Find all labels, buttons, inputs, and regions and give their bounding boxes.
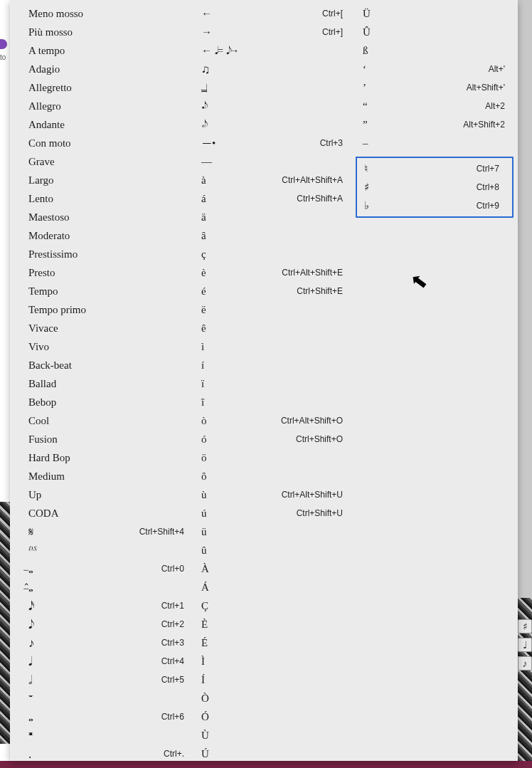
menu-item[interactable]: Prestissimo	[10, 245, 194, 263]
menu-item[interactable]: ⸺•Ctrl+3	[194, 134, 356, 152]
menu-item[interactable]: 𝅗𝅥Ctrl+5	[10, 670, 194, 689]
menu-item[interactable]: ô	[194, 467, 356, 485]
menu-item[interactable]: Moderato	[10, 226, 194, 245]
menu-item[interactable]: ←Ctrl+[	[194, 4, 356, 23]
menu-item[interactable]: ï	[194, 374, 356, 393]
menu-item[interactable]: ß	[356, 41, 518, 60]
menu-item-label: Í	[201, 674, 205, 686]
menu-item[interactable]: Largo	[10, 171, 194, 189]
menu-item[interactable]: Ú	[194, 745, 356, 761]
menu-item[interactable]: Ó	[194, 707, 356, 726]
menu-item[interactable]: ”Alt+Shift+2	[356, 115, 518, 134]
menu-item[interactable]: èCtrl+Alt+Shift+E	[194, 263, 356, 282]
menu-item[interactable]: Allegretto	[10, 78, 194, 97]
menu-item[interactable]: —	[194, 152, 356, 171]
tool-icon[interactable]: ♪	[518, 656, 532, 670]
menu-item[interactable]: Vivo	[10, 337, 194, 356]
menu-item[interactable]: Í	[194, 670, 356, 689]
menu-item[interactable]: A tempo	[10, 41, 194, 60]
menu-item[interactable]: ♮Ctrl+7	[357, 159, 512, 178]
menu-item[interactable]: ùCtrl+Alt+Shift+U	[194, 485, 356, 504]
menu-item[interactable]: –	[356, 134, 518, 152]
menu-item[interactable]: ‘Alt+'	[356, 60, 518, 78]
menu-item[interactable]: Con moto	[10, 134, 194, 152]
menu-item[interactable]: Adagio	[10, 60, 194, 78]
menu-item[interactable]: .Ctrl+.	[10, 745, 194, 761]
menu-item[interactable]: ê	[194, 319, 356, 337]
menu-item[interactable]: Andante	[10, 115, 194, 134]
menu-item[interactable]: Tempo primo	[10, 300, 194, 319]
menu-item[interactable]: Medium	[10, 467, 194, 485]
menu-item[interactable]: òCtrl+Alt+Shift+O	[194, 411, 356, 430]
menu-item[interactable]: ♫	[194, 60, 356, 78]
menu-item[interactable]: È	[194, 615, 356, 633]
menu-item-label: ö	[201, 452, 207, 464]
menu-item[interactable]: ♯Ctrl+8	[357, 178, 512, 196]
menu-item[interactable]: Ù	[194, 726, 356, 745]
menu-item[interactable]: àCtrl+Alt+Shift+A	[194, 171, 356, 189]
menu-item[interactable]: Più mosso	[10, 23, 194, 41]
menu-item[interactable]: ü	[194, 522, 356, 541]
menu-item[interactable]: ← 𝅘𝅥 = 𝅘𝅥𝅮 →	[194, 41, 356, 60]
menu-item[interactable]: Grave	[10, 152, 194, 171]
tool-icon[interactable]: ♩	[518, 638, 532, 652]
menu-item[interactable]: →Ctrl+]	[194, 23, 356, 41]
menu-item[interactable]: Fusion	[10, 430, 194, 448]
menu-item[interactable]: ♭Ctrl+9	[357, 196, 512, 215]
menu-item[interactable]: Lento	[10, 189, 194, 208]
menu-item[interactable]: Hard Bop	[10, 448, 194, 467]
menu-item[interactable]: 𝄉	[10, 541, 194, 559]
menu-item[interactable]: 𝄺	[10, 726, 194, 745]
menu-item[interactable]: Allegro	[10, 97, 194, 115]
menu-item[interactable]: Ballad	[10, 374, 194, 393]
menu-item[interactable]: 𝄋Ctrl+Shift+4	[10, 522, 194, 541]
menu-item[interactable]: Meno mosso	[10, 4, 194, 23]
menu-item-label: ê	[201, 322, 206, 335]
menu-item[interactable]: î	[194, 393, 356, 411]
tool-icon[interactable]: ♯	[518, 619, 532, 633]
menu-item[interactable]: 𝅘𝅥𝅮Ctrl+2	[10, 615, 194, 633]
menu-item[interactable]: 𝅝Ctrl+6	[10, 707, 194, 726]
menu-item[interactable]: Up	[10, 485, 194, 504]
menu-item[interactable]: Á	[194, 578, 356, 596]
menu-item[interactable]: úCtrl+Shift+U	[194, 504, 356, 522]
menu-item[interactable]: ë	[194, 300, 356, 319]
menu-item[interactable]: ç	[194, 245, 356, 263]
menu-item[interactable]: “Alt+2	[356, 97, 518, 115]
menu-item[interactable]: 𝅝̶̂	[10, 578, 194, 596]
menu-item[interactable]: 𝅘𝅥Ctrl+4	[10, 652, 194, 670]
menu-item[interactable]: Û	[356, 23, 518, 41]
menu-item[interactable]: 𝅝̶Ctrl+0	[10, 559, 194, 578]
menu-item[interactable]: ì	[194, 337, 356, 356]
menu-item[interactable]: 𝄻	[10, 689, 194, 707]
menu-item[interactable]: É	[194, 633, 356, 652]
menu-item[interactable]: ö	[194, 448, 356, 467]
menu-item[interactable]: 𝅘𝅥𝅯Ctrl+1	[10, 596, 194, 615]
menu-item[interactable]: ♪Ctrl+3	[10, 633, 194, 652]
menu-item[interactable]: í	[194, 356, 356, 374]
menu-item[interactable]: ’Alt+Shift+'	[356, 78, 518, 97]
menu-item[interactable]: Presto	[10, 263, 194, 282]
menu-item[interactable]: Ü	[356, 4, 518, 23]
menu-item[interactable]: Bebop	[10, 393, 194, 411]
menu-item[interactable]: éCtrl+Shift+E	[194, 282, 356, 300]
menu-item-label: Allegretto	[28, 82, 72, 94]
menu-item[interactable]: óCtrl+Shift+O	[194, 430, 356, 448]
menu-item[interactable]: Tempo	[10, 282, 194, 300]
menu-item[interactable]: Back-beat	[10, 356, 194, 374]
menu-item[interactable]: áCtrl+Shift+A	[194, 189, 356, 208]
menu-item[interactable]: Vivace	[10, 319, 194, 337]
menu-item[interactable]: À	[194, 559, 356, 578]
menu-item[interactable]: Ç	[194, 596, 356, 615]
menu-item[interactable]: 𝆶	[194, 78, 356, 97]
menu-item[interactable]: Ì	[194, 652, 356, 670]
menu-item[interactable]: CODA	[10, 504, 194, 522]
menu-item[interactable]: 𝆹𝅥𝅮	[194, 115, 356, 134]
menu-item[interactable]: Maestoso	[10, 208, 194, 226]
menu-item[interactable]: û	[194, 541, 356, 559]
menu-item[interactable]: 𝆺𝅥𝅮	[194, 97, 356, 115]
menu-item[interactable]: ä	[194, 208, 356, 226]
menu-item[interactable]: Cool	[10, 411, 194, 430]
menu-item[interactable]: Ò	[194, 689, 356, 707]
menu-item[interactable]: â	[194, 226, 356, 245]
